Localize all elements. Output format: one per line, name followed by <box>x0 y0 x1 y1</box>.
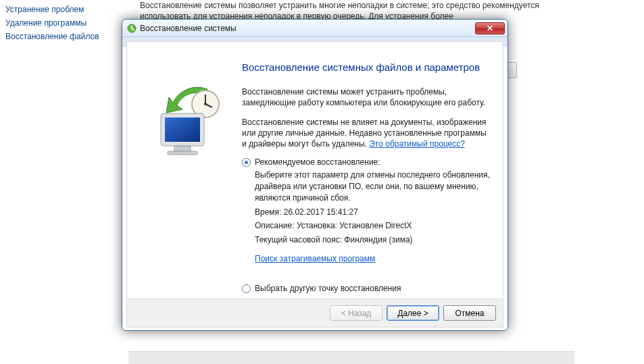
recommended-description: Описание: Установка: Установлен DirectX <box>255 220 492 232</box>
svg-point-4 <box>204 103 207 105</box>
close-icon: ✕ <box>487 24 493 32</box>
reversible-process-link[interactable]: Это обратимый процесс? <box>369 139 465 149</box>
dialog-body: Восстановление системных файлов и параме… <box>126 41 503 328</box>
radio-choose-row[interactable]: Выбрать другую точку восстановления <box>242 284 492 293</box>
option-choose-another: Выбрать другую точку восстановления <box>242 284 492 293</box>
dialog-content: Восстановление системных файлов и параме… <box>242 61 492 297</box>
next-button[interactable]: Далее > <box>387 305 439 321</box>
back-button: < Назад <box>330 305 382 321</box>
svg-rect-8 <box>168 151 197 155</box>
option-recommended: Рекомендуемое восстановление: Выберите э… <box>242 157 492 263</box>
radio-choose-label: Выбрать другую точку восстановления <box>255 284 401 293</box>
dialog-heading: Восстановление системных файлов и параме… <box>242 61 492 74</box>
bg-link-troubleshoot[interactable]: Устранение проблем <box>5 3 123 16</box>
radio-recommended-row[interactable]: Рекомендуемое восстановление: <box>242 157 492 167</box>
recommended-desc: Выберите этот параметр для отмены послед… <box>255 170 492 203</box>
affected-programs-link[interactable]: Поиск затрагиваемых программ <box>255 254 375 263</box>
paragraph-2: Восстановление системы не влияет на доку… <box>242 117 492 150</box>
titlebar[interactable]: Восстановление системы ✕ <box>122 20 507 37</box>
restore-monitor-icon <box>143 76 231 163</box>
paragraph-1: Восстановление системы может устранить п… <box>242 86 492 108</box>
recommended-timezone: Текущий часовой пояс: Финляндия (зима) <box>255 234 492 246</box>
system-restore-dialog: Восстановление системы ✕ <box>122 19 508 331</box>
bg-bottom-bar <box>128 351 574 364</box>
cancel-button[interactable]: Отмена <box>443 305 496 321</box>
system-restore-icon <box>126 23 137 34</box>
bg-link-recover-files[interactable]: Восстановление файлов <box>5 30 123 43</box>
bg-link-uninstall[interactable]: Удаление программы <box>5 16 123 30</box>
radio-choose[interactable] <box>242 284 251 293</box>
dialog-title: Восстановление системы <box>140 24 237 33</box>
recommended-details: Выберите этот параметр для отмены послед… <box>255 170 492 246</box>
svg-rect-6 <box>165 118 200 142</box>
radio-recommended[interactable] <box>242 158 251 167</box>
bg-sidebar: Устранение проблем Удаление программы Во… <box>0 0 128 46</box>
svg-rect-7 <box>174 146 191 151</box>
close-button[interactable]: ✕ <box>475 22 505 34</box>
radio-recommended-label: Рекомендуемое восстановление: <box>255 157 380 167</box>
recommended-time: Время: 26.02.2017 15:41:27 <box>255 207 492 218</box>
button-bar: < Назад Далее > Отмена <box>127 298 503 327</box>
